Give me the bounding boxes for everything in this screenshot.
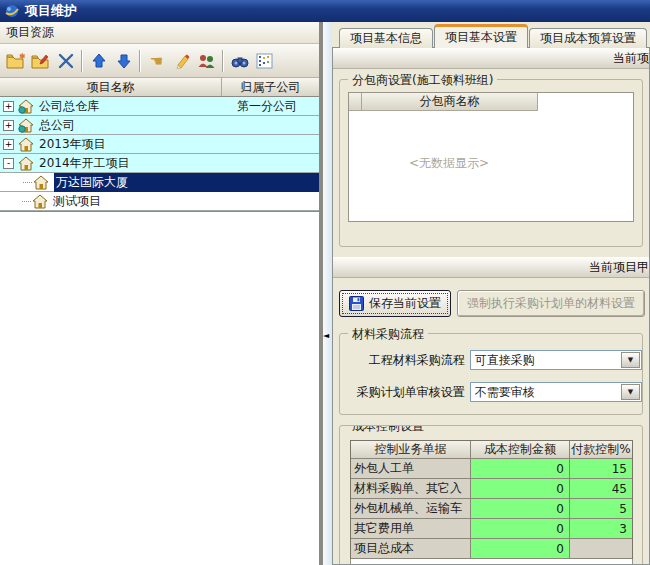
panel-splitter[interactable]: ◄ — [320, 22, 332, 565]
tree-item-label: 2014年开工项目 — [39, 155, 130, 172]
settings-panel: 项目基本信息 项目基本设置 项目成本预算设置 当前项 分包商设置(施工领料班组)… — [332, 22, 650, 565]
assign-icon[interactable]: ☚ — [144, 48, 169, 73]
cost-table-row: 项目总成本 0 — [351, 539, 632, 559]
save-button-label: 保存当前设置 — [369, 295, 441, 312]
new-folder-icon[interactable]: ✱ — [3, 48, 28, 73]
header-cost-amount[interactable]: 成本控制金额 — [471, 441, 570, 459]
move-up-icon[interactable] — [86, 48, 111, 73]
tab-project-basic-settings[interactable]: 项目基本设置 — [434, 24, 528, 48]
tree-row[interactable]: 测试项目 — [0, 192, 319, 211]
force-button-label: 强制执行采购计划单的材料设置 — [467, 295, 635, 312]
expand-icon[interactable]: + — [3, 101, 14, 112]
toolbar-separator — [81, 50, 83, 72]
row-label: 材料采购单、其它入 — [351, 479, 471, 499]
users-icon[interactable] — [194, 48, 219, 73]
tree-item-label: 公司总仓库 — [39, 98, 99, 115]
row-label: 外包机械单、运输车 — [351, 499, 471, 519]
cost-table-row: 材料采购单、其它入 0 45 — [351, 479, 632, 499]
plan-review-label: 采购计划单审核设置 — [340, 384, 465, 401]
tree-empty-area — [0, 211, 319, 565]
pencil-icon[interactable] — [169, 48, 194, 73]
procurement-flow-row: 工程材料采购流程 可直接采购 ▼ — [340, 350, 642, 370]
procurement-flow-value: 可直接采购 — [475, 352, 535, 369]
cost-control-table: 控制业务单据 成本控制金额 付款控制% 外包人工单 0 15 材料采购单、其它入… — [350, 440, 633, 559]
tree-item-company: 第一分公司 — [222, 98, 319, 115]
row-label: 其它费用单 — [351, 519, 471, 539]
expand-icon[interactable]: + — [3, 139, 14, 150]
cost-table-row: 外包人工单 0 15 — [351, 459, 632, 479]
dropdown-arrow-icon[interactable]: ▼ — [621, 384, 640, 400]
subcontractor-grid[interactable]: 分包商名称 <无数据显示> — [348, 92, 634, 222]
column-header-project-name[interactable]: 项目名称 — [0, 78, 222, 96]
collapse-icon[interactable]: - — [3, 158, 14, 169]
tree-guide-line — [23, 182, 32, 183]
edit-folder-icon[interactable] — [28, 48, 53, 73]
amount-cell[interactable]: 0 — [471, 499, 570, 519]
svg-text:✱: ✱ — [19, 53, 25, 61]
grid-corner-cell — [349, 93, 362, 111]
cost-control-groupbox: 成本控制设置 控制业务单据 成本控制金额 付款控制% 外包人工单 0 15 — [339, 425, 643, 565]
tree-row[interactable]: + 总公司 — [0, 116, 319, 135]
tree-item-label: 总公司 — [39, 117, 75, 134]
toolbar-separator — [222, 50, 224, 72]
home-icon — [18, 137, 35, 152]
tree-row[interactable]: + 2013年项目 — [0, 135, 319, 154]
percent-cell — [570, 539, 632, 559]
tab-project-cost-budget-settings[interactable]: 项目成本预算设置 — [529, 28, 647, 48]
cost-table-row: 外包机械单、运输车 0 5 — [351, 499, 632, 519]
section-header-bar: 当前项目甲 — [333, 257, 649, 278]
section-header-bar: 当前项 — [333, 48, 649, 69]
no-data-text: <无数据显示> — [409, 155, 489, 172]
project-resource-panel: 项目资源 ✱ ☚ — [0, 22, 320, 565]
row-label: 外包人工单 — [351, 459, 471, 479]
amount-cell[interactable]: 0 — [471, 539, 570, 559]
amount-cell[interactable]: 0 — [471, 519, 570, 539]
plan-review-select[interactable]: 不需要审核 ▼ — [470, 382, 642, 402]
app-icon — [4, 3, 20, 19]
dropdown-arrow-icon[interactable]: ▼ — [621, 352, 640, 368]
column-header-subsidiary[interactable]: 归属子公司 — [222, 78, 319, 96]
grid-header-subcontractor-name[interactable]: 分包商名称 — [362, 93, 538, 111]
header-control-document[interactable]: 控制业务单据 — [351, 441, 471, 459]
procurement-flow-select[interactable]: 可直接采购 ▼ — [470, 350, 642, 370]
tree-row-selected[interactable]: 万达国际大厦 — [0, 173, 319, 192]
plan-review-row: 采购计划单审核设置 不需要审核 ▼ — [340, 382, 642, 402]
groupbox-title: 成本控制设置 — [348, 425, 428, 435]
tree-row[interactable]: - 2014年开工项目 — [0, 154, 319, 173]
cost-table-header-row: 控制业务单据 成本控制金额 付款控制% — [351, 441, 632, 459]
home-icon — [18, 156, 35, 171]
table-empty-area — [350, 559, 633, 565]
column-settings-icon[interactable] — [252, 48, 277, 73]
move-down-icon[interactable] — [111, 48, 136, 73]
tab-strip: 项目基本信息 项目基本设置 项目成本预算设置 — [332, 22, 650, 47]
percent-cell[interactable]: 15 — [570, 459, 632, 479]
home-icon — [32, 194, 49, 209]
title-bar: 项目维护 — [0, 0, 650, 22]
percent-cell[interactable]: 3 — [570, 519, 632, 539]
groupbox-title: 分包商设置(施工领料班组) — [348, 72, 497, 89]
tree-item-label: 测试项目 — [53, 193, 101, 210]
percent-cell[interactable]: 45 — [570, 479, 632, 499]
amount-cell[interactable]: 0 — [471, 479, 570, 499]
tree-item-label: 2013年项目 — [39, 136, 106, 153]
home-icon — [18, 118, 35, 133]
tab-project-basic-info[interactable]: 项目基本信息 — [339, 28, 433, 48]
tab-content: 当前项 分包商设置(施工领料班组) 分包商名称 <无数据显示> 当前项目甲 — [332, 47, 650, 565]
tree-row[interactable]: + 公司总仓库 第一分公司 — [0, 97, 319, 116]
amount-cell[interactable]: 0 — [471, 459, 570, 479]
toolbar-separator — [139, 50, 141, 72]
header-payment-control[interactable]: 付款控制% — [570, 441, 632, 459]
percent-cell[interactable]: 5 — [570, 499, 632, 519]
save-current-settings-button[interactable]: 保存当前设置 — [339, 290, 451, 317]
app-window: 项目维护 项目资源 ✱ — [0, 0, 650, 565]
find-icon[interactable] — [227, 48, 252, 73]
force-material-settings-button[interactable]: 强制执行采购计划单的材料设置 — [457, 290, 645, 317]
row-label: 项目总成本 — [351, 539, 471, 559]
procurement-flow-label: 工程材料采购流程 — [340, 352, 465, 369]
splitter-collapse-icon[interactable]: ◄ — [323, 332, 329, 340]
expand-icon[interactable]: + — [3, 120, 14, 131]
tree-toolbar: ✱ ☚ — [0, 44, 319, 78]
home-icon — [33, 175, 50, 190]
window-title: 项目维护 — [25, 2, 77, 20]
delete-icon[interactable] — [53, 48, 78, 73]
